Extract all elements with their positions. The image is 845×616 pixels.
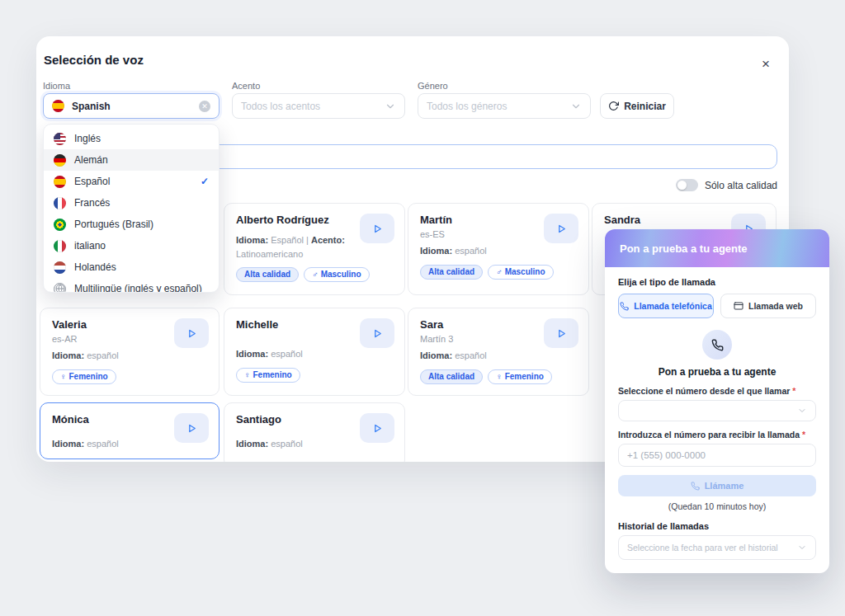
accent-select[interactable]: Todos los acentos	[232, 93, 405, 119]
chevron-down-icon	[797, 543, 807, 553]
quality-toggle[interactable]	[676, 179, 698, 191]
dropdown-item-espanol[interactable]: Español ✓	[44, 171, 219, 192]
phone-icon	[620, 302, 629, 311]
play-button[interactable]	[360, 318, 394, 348]
badge-row: ♀Femenino	[236, 368, 393, 383]
chevron-down-icon	[797, 406, 807, 416]
female-icon: ♀	[496, 373, 503, 381]
from-number-select[interactable]	[618, 400, 816, 421]
call-type-label: Elija el tipo de llamada	[618, 277, 816, 287]
phone-outgoing-icon	[691, 482, 700, 491]
brazil-flag-icon	[54, 219, 66, 231]
required-mark: *	[802, 430, 805, 440]
dropdown-item-ingles[interactable]: Inglés	[44, 128, 219, 149]
gender-select-placeholder: Todos los géneros	[427, 101, 507, 112]
us-flag-icon	[54, 133, 66, 145]
gender-badge: ♀Femenino	[52, 369, 116, 384]
history-select-placeholder: Seleccione la fecha para ver el historia…	[627, 543, 778, 553]
voice-meta: Idioma: español	[420, 349, 577, 363]
reset-button[interactable]: Reiniciar	[600, 93, 674, 119]
gender-badge: ♀Femenino	[488, 369, 552, 384]
voice-card-santiago[interactable]: Santiago Idioma: español	[224, 402, 405, 462]
italy-flag-icon	[54, 240, 66, 252]
panel-subtitle: Pon a prueba a tu agente	[618, 366, 816, 378]
gender-badge: ♂Masculino	[304, 267, 369, 282]
clear-icon[interactable]: ✕	[199, 101, 210, 112]
play-button[interactable]	[544, 318, 578, 348]
chevron-down-icon	[385, 101, 396, 112]
page-title: Selección de voz	[44, 53, 144, 67]
quality-badge: Alta calidad	[236, 267, 299, 282]
language-dropdown: Inglés Alemán Español ✓ Francés Portugué…	[43, 124, 220, 293]
globe-icon	[54, 283, 66, 294]
genero-label: Género	[418, 81, 448, 91]
dropdown-item-multilingue[interactable]: Multilingüe (inglés y español)	[44, 278, 219, 293]
quality-badge: Alta calidad	[420, 265, 483, 280]
dropdown-item-portugues[interactable]: Portugués (Brasil)	[44, 214, 219, 235]
chevron-down-icon	[570, 101, 582, 112]
test-agent-panel: Pon a prueba a tu agente Elija el tipo d…	[605, 229, 829, 573]
check-icon: ✓	[201, 176, 209, 187]
panel-body: Elija el tipo de llamada Llamada telefón…	[605, 277, 829, 570]
web-call-button[interactable]: Llamada web	[720, 294, 816, 318]
from-number-label: Seleccione el número desde el que llamar…	[618, 386, 816, 396]
france-flag-icon	[54, 197, 66, 209]
call-me-button[interactable]: Llámame	[618, 475, 816, 496]
call-type-row: Llamada telefónica Llamada web	[618, 294, 816, 318]
badge-row: Alta calidad ♂Masculino	[236, 267, 393, 282]
acento-label: Acento	[232, 81, 260, 91]
phone-circle-icon	[702, 330, 732, 360]
voice-meta: Idioma: español	[52, 349, 207, 363]
gender-select[interactable]: Todos los géneros	[418, 93, 591, 119]
quality-toggle-label: Sólo alta calidad	[705, 180, 777, 191]
idioma-label: Idioma	[43, 81, 70, 91]
voice-card-monica[interactable]: Mónica Idioma: español	[40, 402, 220, 459]
netherlands-flag-icon	[54, 261, 66, 274]
history-date-select[interactable]: Seleccione la fecha para ver el historia…	[618, 535, 816, 560]
to-number-label: Introduzca el número para recibir la lla…	[618, 430, 816, 440]
minutes-remaining-note: (Quedan 10 minutos hoy)	[618, 501, 816, 511]
play-button[interactable]	[174, 318, 209, 348]
accent-select-placeholder: Todos los acentos	[241, 101, 320, 112]
play-button[interactable]	[544, 214, 578, 243]
dropdown-item-italiano[interactable]: italiano	[44, 235, 219, 256]
phone-number-input[interactable]	[618, 444, 816, 467]
voice-card-michelle[interactable]: Michelle Idioma: español ♀Femenino	[224, 308, 405, 396]
reset-button-label: Reiniciar	[624, 101, 666, 112]
dropdown-item-frances[interactable]: Francés	[44, 192, 219, 214]
voice-meta: Idioma: español	[236, 347, 393, 361]
phone-call-button[interactable]: Llamada telefónica	[618, 294, 714, 318]
spain-flag-icon	[52, 100, 64, 112]
required-mark: *	[792, 386, 795, 396]
panel-header: Pon a prueba a tu agente	[605, 229, 829, 267]
gender-badge: ♀Femenino	[236, 368, 300, 383]
play-button[interactable]	[360, 214, 394, 243]
voice-card-alberto[interactable]: Alberto Rodríguez Idioma: Español | Acen…	[224, 203, 405, 295]
play-button[interactable]	[174, 413, 209, 443]
voice-card-sara[interactable]: Sara Martín 3 Idioma: español Alta calid…	[408, 308, 589, 396]
male-icon: ♂	[312, 270, 319, 279]
voice-meta: Idioma: español	[420, 244, 577, 258]
voice-card-martin[interactable]: Martín es-ES Idioma: español Alta calida…	[408, 203, 589, 295]
language-select-value: Spanish	[72, 101, 111, 112]
spain-flag-icon	[54, 176, 66, 188]
quality-toggle-row: Sólo alta calidad	[676, 179, 777, 191]
quality-badge: Alta calidad	[420, 369, 483, 384]
refresh-icon	[608, 101, 619, 111]
voice-card-valeria[interactable]: Valeria es-AR Idioma: español ♀Femenino	[40, 308, 220, 396]
dropdown-item-holandes[interactable]: Holandés	[44, 256, 219, 278]
play-button[interactable]	[360, 413, 394, 443]
gender-badge: ♂Masculino	[488, 265, 553, 280]
germany-flag-icon	[54, 154, 66, 167]
close-icon[interactable]: ×	[756, 54, 776, 74]
browser-icon	[734, 301, 744, 311]
toggle-knob	[677, 181, 687, 190]
language-select[interactable]: Spanish ✕	[43, 93, 220, 119]
call-history-label: Historial de llamadas	[618, 521, 816, 531]
female-icon: ♀	[244, 371, 251, 379]
badge-row: Alta calidad ♀Femenino	[420, 369, 577, 384]
male-icon: ♂	[496, 268, 503, 276]
page-background: Selección de voz × Idioma Acento Género …	[0, 0, 845, 616]
dropdown-item-aleman[interactable]: Alemán	[44, 149, 219, 171]
badge-row: ♀Femenino	[52, 369, 207, 384]
